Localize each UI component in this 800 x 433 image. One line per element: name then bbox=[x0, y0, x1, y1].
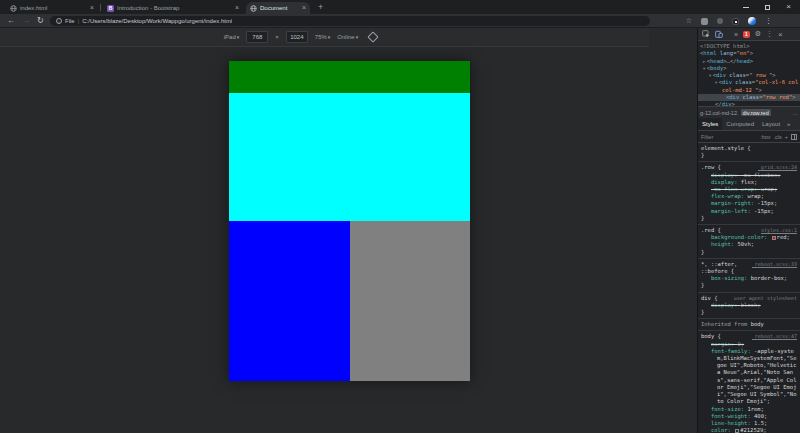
css-property[interactable]: margin: 0; bbox=[701, 341, 797, 348]
tree-line[interactable]: <html lang="en"> bbox=[698, 50, 800, 57]
close-icon[interactable]: × bbox=[90, 5, 94, 11]
devtools-menu-icon[interactable]: ⋮ bbox=[766, 30, 773, 38]
blue-band bbox=[229, 221, 350, 381]
tree-line-selected[interactable]: <div class="row red"> bbox=[698, 94, 800, 101]
error-badge[interactable]: 1 bbox=[743, 31, 750, 38]
tree-line[interactable]: ▾ <div class=" row "> bbox=[698, 72, 800, 79]
more-tabs-icon[interactable]: » bbox=[784, 118, 793, 130]
rule-selector[interactable]: element.style { bbox=[701, 145, 751, 152]
url-bar[interactable]: i File | C:/Users/blaze/Desktop/Work/Wap… bbox=[50, 16, 650, 26]
color-swatch[interactable] bbox=[772, 236, 776, 240]
inherited-from-header: Inherited from body bbox=[698, 319, 800, 331]
css-property[interactable]: display: -ms-flexbox; bbox=[701, 172, 797, 179]
tab-styles[interactable]: Styles bbox=[698, 118, 722, 130]
tab-layout[interactable]: Layout bbox=[758, 118, 784, 130]
extension-icon[interactable] bbox=[717, 18, 723, 24]
viewport-width-input[interactable]: 768 bbox=[246, 31, 268, 43]
browser-menu-icon[interactable]: ⋮ bbox=[765, 17, 772, 25]
tree-line[interactable]: ▾ <body> bbox=[698, 65, 800, 72]
breadcrumb-item[interactable]: div.row.red bbox=[741, 109, 771, 116]
filter-control[interactable]: .cls bbox=[774, 134, 782, 140]
code-token: > bbox=[723, 65, 726, 71]
device-select[interactable]: iPad▾ bbox=[224, 34, 240, 40]
css-property[interactable]: margin-left: -15px; bbox=[701, 208, 797, 215]
rotate-viewport-icon[interactable] bbox=[368, 31, 379, 42]
filter-control[interactable]: :hov bbox=[760, 134, 770, 140]
code-token: <!DOCTYPE html> bbox=[700, 43, 750, 49]
grid-icon[interactable] bbox=[791, 134, 797, 140]
close-devtools-icon[interactable]: × bbox=[778, 30, 783, 39]
css-property[interactable]: font-weight: 400; bbox=[701, 413, 797, 420]
style-rule: div {user agent stylesheetdisplay: block… bbox=[698, 293, 800, 320]
viewport-height-input[interactable]: 1024 bbox=[286, 31, 308, 43]
tab-computed[interactable]: Computed bbox=[722, 118, 758, 130]
close-icon[interactable]: × bbox=[235, 5, 239, 11]
code-token: "col-xl-6 col bbox=[755, 79, 798, 85]
close-window-icon[interactable]: × bbox=[786, 3, 791, 11]
content-area: iPad▾ 768 × 1024 75%▾ Online▾ bbox=[0, 28, 697, 433]
tree-line[interactable]: <!DOCTYPE html> bbox=[698, 43, 800, 50]
inspect-element-icon[interactable] bbox=[702, 30, 710, 38]
reload-icon[interactable]: ↻ bbox=[37, 16, 44, 26]
rule-close-brace: } bbox=[701, 309, 797, 316]
css-property[interactable]: flex-wrap: wrap; bbox=[701, 193, 797, 200]
emulated-page bbox=[229, 61, 470, 381]
gear-icon[interactable]: ⚙ bbox=[755, 30, 761, 38]
globe-icon bbox=[10, 5, 17, 12]
chevron-down-icon: ▾ bbox=[328, 34, 331, 40]
color-swatch[interactable] bbox=[735, 429, 739, 433]
tree-line[interactable]: col-md-12 "> bbox=[698, 87, 800, 94]
stylesheet-source-link[interactable]: _reboot.scss:47 bbox=[752, 333, 797, 340]
stylesheet-source-link[interactable]: user agent stylesheet bbox=[734, 295, 797, 302]
tree-line[interactable]: ▾ <div class="col-xl-6 col bbox=[698, 79, 800, 86]
css-property[interactable]: line-height: 1.5; bbox=[701, 420, 797, 427]
tab-document[interactable]: Document × bbox=[246, 2, 310, 14]
css-property[interactable]: font-family: -apple-system,BlinkMacSyste… bbox=[701, 348, 797, 406]
extension-icon[interactable] bbox=[701, 18, 708, 25]
css-property[interactable]: height: 50vh; bbox=[701, 241, 797, 248]
css-property[interactable]: font-size: 1rem; bbox=[701, 406, 797, 413]
rule-selector[interactable]: .row { bbox=[701, 164, 721, 171]
css-property[interactable]: -ms-flex-wrap: wrap; bbox=[701, 186, 797, 193]
filter-control[interactable]: + bbox=[785, 134, 788, 140]
stylesheet-source-link[interactable]: _reboot.scss:33 bbox=[752, 261, 797, 268]
css-property[interactable]: display: flex; bbox=[701, 179, 797, 186]
css-property[interactable]: margin-right: -15px; bbox=[701, 200, 797, 207]
css-property[interactable]: background-color: red; bbox=[701, 234, 797, 241]
info-icon[interactable]: i bbox=[56, 18, 62, 24]
stylesheet-source-link[interactable]: _grid.scss:24 bbox=[758, 164, 797, 171]
profile-avatar[interactable] bbox=[748, 17, 756, 25]
code-token: lang bbox=[717, 50, 734, 56]
rule-selector[interactable]: *, ::after, bbox=[701, 261, 737, 268]
code-token: class bbox=[739, 94, 759, 100]
forward-icon[interactable]: → bbox=[22, 16, 30, 26]
throttling-select[interactable]: Online▾ bbox=[337, 34, 358, 40]
more-panels-icon[interactable]: » bbox=[734, 31, 738, 38]
nav-bar: ← → ↻ i File | C:/Users/blaze/Desktop/Wo… bbox=[0, 14, 800, 28]
stylesheet-source-link[interactable]: styles.css:1 bbox=[761, 227, 797, 234]
rule-selector[interactable]: body { bbox=[701, 333, 721, 340]
filter-input[interactable]: Filter bbox=[701, 134, 713, 140]
breadcrumb-item[interactable]: g-12.col-md-12. bbox=[700, 110, 739, 116]
extension-icon[interactable] bbox=[732, 18, 739, 25]
devtools-panel: » 1 ⚙ ⋮ × <!DOCTYPE html><html lang="en"… bbox=[697, 28, 800, 433]
zoom-select[interactable]: 75%▾ bbox=[315, 34, 331, 40]
tree-line[interactable]: ▸ <head>…</head> bbox=[698, 58, 800, 65]
rule-selector[interactable]: .red { bbox=[701, 227, 721, 234]
tab-index-html[interactable]: index.html × bbox=[6, 2, 98, 14]
back-icon[interactable]: ← bbox=[7, 16, 15, 26]
bookmark-star-icon[interactable]: ☆ bbox=[686, 17, 692, 25]
rule-selector[interactable]: div { bbox=[701, 295, 718, 302]
css-property[interactable]: box-sizing: border-box; bbox=[701, 275, 797, 282]
close-icon[interactable]: × bbox=[302, 5, 306, 11]
css-property[interactable]: color: #212529; bbox=[701, 427, 797, 433]
inherited-target-link[interactable]: body bbox=[751, 321, 764, 327]
device-toolbar-icon[interactable] bbox=[715, 30, 723, 38]
tab-bootstrap[interactable]: B Introduction - Bootstrap × bbox=[103, 2, 243, 14]
css-property[interactable]: display: block; bbox=[701, 302, 797, 309]
new-tab-button[interactable]: + bbox=[318, 2, 323, 13]
maximize-icon[interactable] bbox=[765, 5, 770, 10]
minimize-icon[interactable] bbox=[743, 7, 749, 8]
breadcrumb-overflow-icon[interactable]: … bbox=[793, 110, 799, 116]
style-rule: *, ::after,_reboot.scss:33::before {box-… bbox=[698, 259, 800, 293]
